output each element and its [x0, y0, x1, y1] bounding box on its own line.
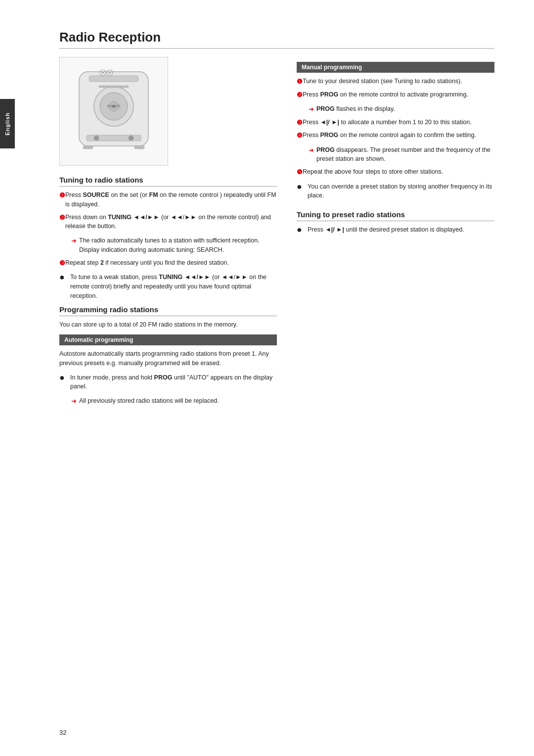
tuning-step-2: ❷ Press down on TUNING ◄◄/►► (or ◄◄/►► o…	[59, 213, 277, 232]
auto-bullet-icon: ●	[59, 373, 67, 382]
svg-text:PHILIPS: PHILIPS	[107, 104, 121, 108]
device-image: PHILIPS	[59, 57, 168, 166]
svg-rect-10	[83, 146, 93, 149]
auto-programming-text: Autostore automatically starts programmi…	[59, 349, 277, 368]
main-content: PHILIPS	[59, 57, 494, 410]
m-step-2-text: Press PROG on the remote control to acti…	[303, 90, 468, 99]
preset-section: Tuning to preset radio stations ● Press …	[297, 210, 494, 235]
manual-step-3: ❸ Press ◄|/ ►| to allocate a number from…	[297, 118, 494, 128]
manual-step-4-arrow: ➜ PROG disappears. The preset number and…	[309, 145, 494, 164]
svg-point-16	[109, 72, 111, 74]
page-title: Radio Reception	[59, 30, 494, 49]
tuning-step-1: ❶ Press SOURCE on the set (or FM on the …	[59, 190, 277, 209]
m-step-1-text: Tune to your desired station (see Tuning…	[303, 77, 462, 86]
m-step-5-num: ❺	[297, 167, 303, 177]
m-step-2-num: ❷	[297, 90, 303, 100]
step-1-text: Press SOURCE on the set (or FM on the re…	[65, 190, 277, 209]
m-step-4-num: ❹	[297, 131, 303, 141]
tuning-step3-list: ❸ Repeat step 2 if necessary until you f…	[59, 258, 277, 268]
auto-arrow-icon: ➜	[71, 396, 77, 406]
tuning-section: Tuning to radio stations ❶ Press SOURCE …	[59, 176, 277, 300]
step-2-num: ❷	[59, 213, 65, 223]
svg-rect-1	[89, 76, 138, 82]
programming-title: Programming radio stations	[59, 305, 277, 316]
step-3-num: ❸	[59, 258, 65, 268]
programming-section: Programming radio stations You can store…	[59, 305, 277, 406]
step-3-text: Repeat step 2 if necessary until you fin…	[65, 258, 229, 268]
m-step-3-text: Press ◄|/ ►| to allocate a number from 1…	[303, 118, 472, 127]
step-2-arrow: ➜ The radio automatically tunes to a sta…	[71, 236, 277, 255]
m-step-1-num: ❶	[297, 77, 303, 87]
svg-point-8	[94, 136, 99, 141]
manual-bullet-icon: ●	[297, 182, 305, 191]
manual-bullet-list: ● You can override a preset station by s…	[297, 182, 494, 201]
preset-bullet-1: ● Press ◄|/ ►| until the desired preset …	[297, 225, 494, 235]
auto-arrow: ➜ All previously stored radio stations w…	[71, 396, 277, 406]
sidebar-tab: English	[0, 99, 15, 148]
manual-step-5: ❺ Repeat the above four steps to store o…	[297, 167, 494, 177]
preset-bullet-icon: ●	[297, 225, 305, 234]
m-step-4-text: Press PROG on the remote control again t…	[303, 131, 476, 140]
manual-step-2-arrow: ➜ PROG flashes in the display.	[309, 104, 494, 114]
m-arrow-icon-2: ➜	[309, 104, 314, 114]
preset-title: Tuning to preset radio stations	[297, 210, 494, 221]
manual-bullet-1: ● You can override a preset station by s…	[297, 182, 494, 201]
step-2-arrow-text: The radio automatically tunes to a stati…	[79, 236, 277, 255]
manual-steps-list-2: ❸ Press ◄|/ ►| to allocate a number from…	[297, 118, 494, 141]
preset-bullet-text: Press ◄|/ ►| until the desired preset st…	[308, 225, 464, 235]
tuning-bullet-1-text: To tune to a weak station, press TUNING …	[70, 273, 277, 300]
auto-bullet-text: In tuner mode, press and hold PROG until…	[70, 373, 277, 392]
m-step-3-num: ❸	[297, 118, 303, 128]
manual-bullet-text: You can override a preset station by sto…	[308, 182, 494, 201]
left-column: PHILIPS	[59, 57, 277, 410]
manual-programming-header: Manual programming	[297, 62, 494, 73]
svg-point-14	[102, 72, 104, 74]
sidebar-label: English	[4, 112, 10, 136]
m-step-5-text: Repeat the above four steps to store oth…	[303, 167, 443, 177]
manual-steps-list-3: ❺ Repeat the above four steps to store o…	[297, 167, 494, 177]
auto-bullet-1: ● In tuner mode, press and hold PROG unt…	[59, 373, 277, 392]
manual-step-1: ❶ Tune to your desired station (see Tuni…	[297, 77, 494, 87]
arrow-icon: ➜	[71, 236, 77, 246]
svg-rect-12	[99, 86, 129, 88]
auto-bullet-list: ● In tuner mode, press and hold PROG unt…	[59, 373, 277, 392]
manual-step-4: ❹ Press PROG on the remote control again…	[297, 131, 494, 141]
m-arrow-text-2: PROG flashes in the display.	[316, 104, 395, 114]
tuning-bullet-1: ● To tune to a weak station, press TUNIN…	[59, 273, 277, 300]
m-arrow-icon-4: ➜	[309, 145, 314, 155]
svg-point-9	[129, 136, 134, 141]
m-arrow-text-4: PROG disappears. The preset number and t…	[316, 145, 494, 164]
auto-arrow-text: All previously stored radio stations wil…	[79, 396, 219, 406]
tuning-title: Tuning to radio stations	[59, 176, 277, 187]
page: English Radio Reception PHILI	[0, 0, 534, 756]
auto-programming-header: Automatic programming	[59, 334, 277, 345]
tuning-steps-list: ❶ Press SOURCE on the set (or FM on the …	[59, 190, 277, 231]
step-2-text: Press down on TUNING ◄◄/►► (or ◄◄/►► on …	[65, 213, 277, 232]
page-number: 32	[59, 729, 66, 736]
preset-bullet-list: ● Press ◄|/ ►| until the desired preset …	[297, 225, 494, 235]
device-svg: PHILIPS	[64, 62, 163, 161]
right-column: Manual programming ❶ Tune to your desire…	[297, 57, 494, 410]
manual-steps-list: ❶ Tune to your desired station (see Tuni…	[297, 77, 494, 99]
step-1-num: ❶	[59, 190, 65, 200]
bullet-icon: ●	[59, 273, 67, 282]
svg-rect-11	[134, 146, 144, 149]
manual-step-2: ❷ Press PROG on the remote control to ac…	[297, 90, 494, 100]
programming-intro: You can store up to a total of 20 FM rad…	[59, 320, 277, 330]
tuning-bullet-list: ● To tune to a weak station, press TUNIN…	[59, 273, 277, 300]
tuning-step-3: ❸ Repeat step 2 if necessary until you f…	[59, 258, 277, 268]
